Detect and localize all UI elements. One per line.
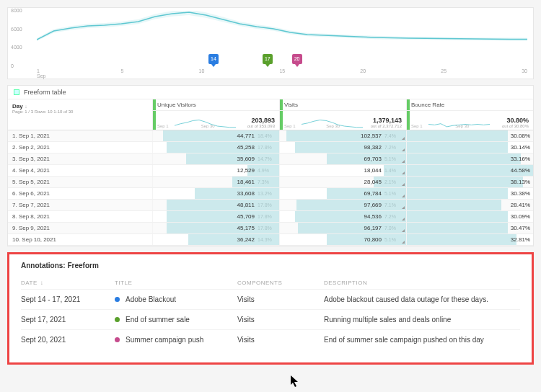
row-uv: 36,24214.3% (152, 234, 279, 245)
row-uv: 48,81117.8% (152, 200, 279, 210)
row-bounce: 38.13% (406, 177, 533, 187)
row-uv: 12,5294.9% (152, 165, 279, 176)
row-visits: 69,7035.1% (279, 153, 406, 164)
chart-y-axis: 8000 6000 4000 0 (11, 8, 22, 68)
table-header: Day ↓ Page: 1 / 3 Rows: 10 1-10 of 30 Un… (8, 99, 533, 130)
row-label: 5. Sep 5, 2021 (8, 177, 152, 187)
row-uv: 45,70917.8% (152, 211, 279, 222)
row-bounce: 30.47% (406, 223, 533, 233)
row-visits: 18,0441.4% (279, 165, 406, 176)
anno-head-title[interactable]: TITLE (115, 280, 237, 286)
row-label: 8. Sep 8, 2021 (8, 211, 152, 222)
table-row[interactable]: 9. Sep 9, 202145,17517.8%96,1977.0%30.47… (8, 223, 533, 234)
day-column-header[interactable]: Day ↓ Page: 1 / 3 Rows: 10 1-10 of 30 (8, 99, 152, 130)
row-uv: 33,60813.2% (152, 188, 279, 199)
row-visits: 96,1977.0% (279, 223, 406, 233)
anno-title: Adobe Blackout (115, 295, 237, 303)
anno-title: Summer campaign push (115, 336, 237, 344)
row-visits: 69,7845.1% (279, 188, 406, 199)
freeform-header: Freeform table (8, 86, 533, 99)
row-bounce: 33.16% (406, 153, 533, 164)
row-visits: 97,6697.1% (279, 200, 406, 210)
row-uv: 35,60914.7% (152, 153, 279, 164)
row-visits: 70,8005.1% (279, 234, 406, 245)
row-label: 4. Sep 4, 2021 (8, 165, 152, 176)
freeform-section: Freeform table Day ↓ Page: 1 / 3 Rows: 1… (7, 85, 534, 246)
annotation-row[interactable]: Sept 14 - 17, 2021Adobe BlackoutVisitsAd… (21, 289, 520, 309)
chart-plot-area: 141720 (37, 11, 527, 68)
annotations-header: DATE↓ TITLE COMPONENTS DESCRIPTION (21, 277, 520, 289)
row-bounce: 30.08% (406, 130, 533, 141)
anno-head-description[interactable]: DESCRIPTION (324, 280, 520, 286)
table-row[interactable]: 7. Sep 7, 202148,81117.8%97,6697.1%28.41… (8, 200, 533, 211)
table-row[interactable]: 4. Sep 4, 202112,5294.9%18,0441.4%44.58% (8, 165, 533, 177)
anno-head-components[interactable]: COMPONENTS (237, 280, 324, 286)
annotations-title: Annotations: Freeform (21, 262, 520, 270)
anno-head-date[interactable]: DATE↓ (21, 280, 115, 286)
row-label: 3. Sep 3, 2021 (8, 153, 152, 164)
visits-column-header[interactable]: Visits Sep 1 Sep 30 1,379,143out of 2,37… (279, 99, 406, 130)
row-visits: 102,5377.4% (279, 130, 406, 141)
table-row[interactable]: 3. Sep 3, 202135,60914.7%69,7035.1%33.16… (8, 153, 533, 165)
chart-x-axis: 1Sep 5 10 15 20 25 30 (37, 68, 527, 79)
row-bounce: 32.81% (406, 234, 533, 245)
row-visits: 28,0452.1% (279, 177, 406, 187)
row-uv: 45,25817.8% (152, 142, 279, 153)
anno-date: Sept 14 - 17, 2021 (21, 295, 115, 303)
chart-annotation-marker[interactable]: 17 (263, 54, 273, 67)
chart-annotation-marker[interactable]: 20 (292, 54, 302, 67)
anno-date: Sept 17, 2021 (21, 316, 115, 324)
table-row[interactable]: 1. Sep 1, 202144,77118.4%102,5377.4%30.0… (8, 130, 533, 142)
row-label: 2. Sep 2, 2021 (8, 142, 152, 153)
table-row[interactable]: 2. Sep 2, 202145,25817.8%98,3827.2%30.14… (8, 142, 533, 153)
annotation-row[interactable]: Sept 20, 2021Summer campaign pushVisitsE… (21, 329, 520, 349)
anno-date: Sept 20, 2021 (21, 336, 115, 344)
row-bounce: 44.58% (406, 165, 533, 176)
anno-description: Adobe blackout caused data outage for th… (324, 295, 520, 303)
row-bounce: 30.38% (406, 188, 533, 199)
row-label: 9. Sep 9, 2021 (8, 223, 152, 233)
table-row[interactable]: 5. Sep 5, 202118,4617.3%28,0452.1%38.13% (8, 177, 533, 188)
row-visits: 94,5367.2% (279, 211, 406, 222)
row-label: 7. Sep 7, 2021 (8, 200, 152, 210)
freeform-table: Day ↓ Page: 1 / 3 Rows: 10 1-10 of 30 Un… (8, 99, 533, 246)
freeform-title: Freeform table (24, 89, 66, 96)
row-uv: 18,4617.3% (152, 177, 279, 187)
row-visits: 98,3827.2% (279, 142, 406, 153)
chart-annotation-marker[interactable]: 14 (208, 54, 219, 67)
section-icon (14, 89, 19, 95)
br-column-header[interactable]: Bounce Rate Sep 1 Sep 30 30.80%out of 30… (406, 99, 533, 130)
cursor-icon (290, 375, 300, 388)
anno-components: Visits (237, 336, 324, 344)
line-chart[interactable]: 8000 6000 4000 0 141720 1Sep 5 10 15 20 … (7, 7, 534, 79)
anno-components: Visits (237, 295, 324, 303)
annotation-row[interactable]: Sept 17, 2021End of summer saleVisitsRun… (21, 309, 520, 329)
row-uv: 44,77118.4% (152, 130, 279, 141)
table-row[interactable]: 8. Sep 8, 202145,70917.8%94,5367.2%30.09… (8, 211, 533, 223)
row-label: 10. Sep 10, 2021 (8, 234, 152, 245)
row-label: 1. Sep 1, 2021 (8, 130, 152, 141)
uv-column-header[interactable]: Unique Visitors Sep 1 Sep 30 203,893out … (152, 99, 279, 130)
row-label: 6. Sep 6, 2021 (8, 188, 152, 199)
table-body: 1. Sep 1, 202144,77118.4%102,5377.4%30.0… (8, 130, 533, 246)
anno-description: Running multiple sales and deals online (324, 316, 520, 324)
table-row[interactable]: 6. Sep 6, 202133,60813.2%69,7845.1%30.38… (8, 188, 533, 200)
row-bounce: 28.41% (406, 200, 533, 210)
anno-components: Visits (237, 316, 324, 324)
row-bounce: 30.09% (406, 211, 533, 222)
row-uv: 45,17517.8% (152, 223, 279, 233)
row-bounce: 30.14% (406, 142, 533, 153)
anno-title: End of summer sale (115, 316, 237, 324)
table-row[interactable]: 10. Sep 10, 202136,24214.3%70,8005.1%32.… (8, 234, 533, 246)
annotations-panel: Annotations: Freeform DATE↓ TITLE COMPON… (7, 252, 534, 365)
anno-description: End of summer sale campaign pushed on th… (324, 336, 520, 344)
